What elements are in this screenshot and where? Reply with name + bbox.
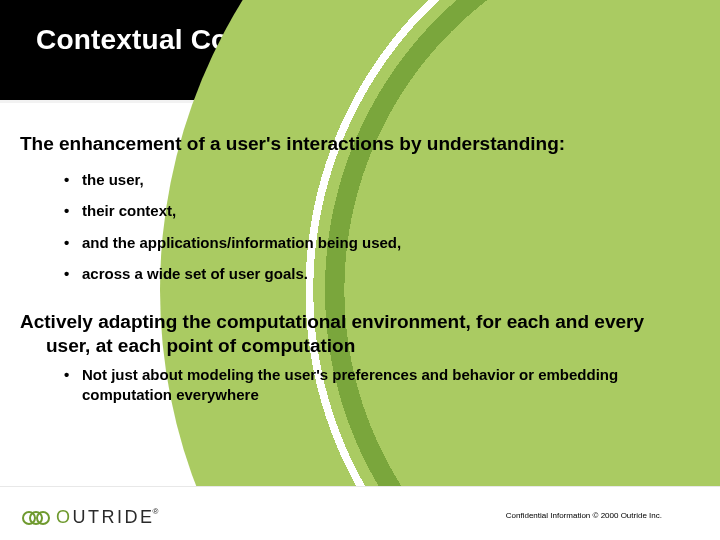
trademark-icon: ® (153, 507, 161, 516)
brand-o: O (56, 507, 73, 527)
section1-lead-text: The enhancement of a user's interactions… (20, 132, 660, 156)
list-item: and the applications/information being u… (64, 233, 660, 253)
brand-name: OUTRIDE® (56, 507, 161, 528)
section2-lead: Actively adapting the computational envi… (20, 310, 660, 358)
section1-lead: The enhancement of a user's interactions… (20, 132, 660, 156)
content-area: The enhancement of a user's interactions… (20, 132, 660, 412)
confidential-notice: Confidential Information © 2000 Outride … (506, 511, 662, 520)
list-item: Not just about modeling the user's prefe… (64, 365, 660, 404)
section2-lead-text: Actively adapting the computational envi… (20, 310, 660, 358)
list-item: their context, (64, 201, 660, 221)
section1-bullets: the user, their context, and the applica… (64, 170, 660, 284)
decorative-edge (710, 0, 720, 540)
list-item: the user, (64, 170, 660, 190)
brand-logo: OUTRIDE® (22, 507, 161, 528)
brand-rest: UTRIDE (73, 507, 155, 527)
list-item: across a wide set of user goals. (64, 264, 660, 284)
logo-rings-icon (22, 508, 50, 528)
slide: Contextual Computing The enhancement of … (0, 0, 720, 540)
section2-bullets: Not just about modeling the user's prefe… (64, 365, 660, 404)
